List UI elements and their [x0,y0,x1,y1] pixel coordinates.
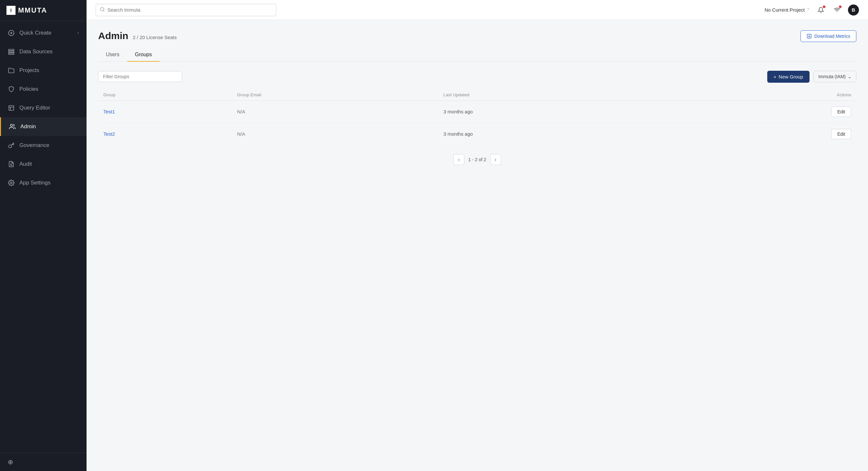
sidebar-nav: Quick Create › Data Sources Projects Pol… [0,21,87,452]
pagination-text: 1 - 2 of 2 [468,157,486,162]
wifi-button[interactable] [832,5,842,15]
svg-rect-4 [9,51,14,52]
pagination-next-button[interactable]: › [490,154,501,165]
last-updated-test2: 3 months ago [438,123,675,145]
project-selector[interactable]: No Current Project ⌃ [765,7,810,12]
download-metrics-button[interactable]: Download Metrics [801,30,857,42]
filter-groups-input[interactable] [98,71,182,82]
sidebar-item-admin[interactable]: Admin [0,117,87,136]
avatar-button[interactable]: B [848,4,859,16]
app-settings-icon [8,179,15,186]
search-box[interactable] [96,4,276,16]
sidebar-item-policies[interactable]: Policies [0,80,87,98]
svg-rect-3 [9,50,14,51]
quick-create-icon [8,29,15,36]
svg-rect-6 [9,106,14,111]
table-row: Test2 N/A 3 months ago Edit [98,123,857,145]
tab-groups[interactable]: Groups [127,49,159,62]
sidebar-item-data-sources[interactable]: Data Sources [0,42,87,61]
topbar: No Current Project ⌃ B [87,0,868,20]
pagination: ‹ 1 - 2 of 2 › [98,154,857,165]
main-content: No Current Project ⌃ B Admin 2 / 20 Lice… [87,0,868,471]
governance-icon [8,142,15,149]
page-content: Admin 2 / 20 License Seats Download Metr… [87,20,868,471]
sidebar-item-quick-create[interactable]: Quick Create › [0,24,87,42]
svg-point-13 [100,7,104,11]
sidebar-bottom: ⊕ [0,452,87,471]
sidebar-item-app-settings[interactable]: App Settings [0,174,87,192]
tabs-bar: Users Groups [98,49,857,62]
sidebar-item-projects[interactable]: Projects [0,61,87,80]
page-title-area: Admin 2 / 20 License Seats [98,30,177,41]
notification-badge [823,5,826,8]
col-group-email: Group Email [232,89,438,101]
page-header: Admin 2 / 20 License Seats Download Metr… [98,30,857,42]
sidebar-item-audit[interactable]: Audit [0,155,87,174]
quick-create-arrow: › [78,31,79,35]
logo-box: I [6,6,16,15]
iam-chevron-icon: ⌄ [848,74,851,79]
search-icon [100,7,105,13]
col-last-updated: Last Updated [438,89,675,101]
edit-button-test1[interactable]: Edit [831,107,851,117]
project-label: No Current Project [765,7,805,12]
table-row: Test1 N/A 3 months ago Edit [98,100,857,123]
page-title: Admin [98,30,128,41]
group-link-test2[interactable]: Test2 [103,131,115,137]
sidebar-item-governance[interactable]: Governance [0,136,87,155]
search-input[interactable] [107,7,272,12]
notifications-button[interactable] [816,5,826,15]
query-editor-label: Query Editor [20,105,50,111]
group-link-test1[interactable]: Test1 [103,109,115,114]
query-editor-icon [8,104,15,112]
app-settings-label: App Settings [20,180,51,186]
audit-label: Audit [20,161,32,167]
new-group-plus-icon: + [774,74,777,80]
projects-label: Projects [20,67,39,73]
data-sources-icon [8,48,15,55]
tab-users[interactable]: Users [98,49,127,62]
group-email-test2: N/A [232,123,438,145]
iam-dropdown[interactable]: Immuta (IAM) ⌄ [813,71,857,82]
policies-label: Policies [20,86,38,92]
logo-text: MMUTA [18,6,47,14]
new-group-label: New Group [779,74,803,80]
sidebar-logo: I MMUTA [0,0,87,21]
audit-icon [8,160,15,168]
admin-label: Admin [20,123,36,130]
project-chevron-icon: ⌃ [807,8,810,12]
sidebar: I MMUTA Quick Create › Data Sources Proj… [0,0,87,471]
group-email-test1: N/A [232,100,438,123]
sidebar-bottom-icon[interactable]: ⊕ [8,459,13,466]
iam-label: Immuta (IAM) [818,74,846,79]
svg-line-14 [103,10,104,11]
governance-label: Governance [20,142,50,149]
svg-point-12 [11,182,12,184]
svg-point-9 [10,124,12,127]
topbar-right: No Current Project ⌃ B [765,4,859,16]
edit-button-test2[interactable]: Edit [831,129,851,139]
table-toolbar: + New Group Immuta (IAM) ⌄ [98,71,857,83]
quick-create-label: Quick Create [20,30,51,36]
wifi-badge [839,5,841,8]
new-group-button[interactable]: + New Group [767,71,810,83]
svg-rect-5 [9,53,14,54]
col-group: Group [98,89,232,101]
pagination-prev-button[interactable]: ‹ [454,154,464,165]
policies-icon [8,86,15,93]
download-metrics-label: Download Metrics [814,34,850,39]
last-updated-test1: 3 months ago [438,100,675,123]
groups-table: Group Group Email Last Updated Actions T… [98,89,857,145]
data-sources-label: Data Sources [20,49,53,55]
projects-icon [8,67,15,74]
sidebar-item-query-editor[interactable]: Query Editor [0,98,87,117]
license-seats: 2 / 20 License Seats [133,35,177,40]
col-actions: Actions [675,89,857,101]
admin-icon [9,123,16,130]
table-toolbar-right: + New Group Immuta (IAM) ⌄ [767,71,857,83]
